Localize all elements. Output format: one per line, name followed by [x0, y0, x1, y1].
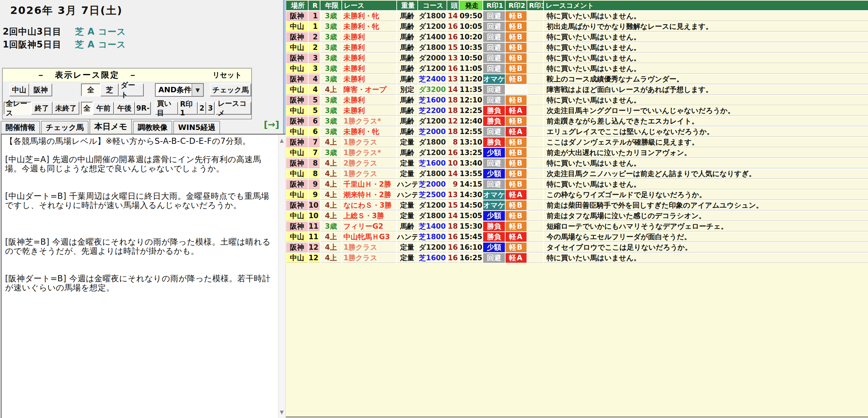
race-comment-cell: エリュグレイスでここは堅いんじゃないだろうか。 [544, 127, 868, 137]
race-name-cell: 未勝利・牝 [342, 127, 396, 137]
weight-cell: 馬齢 [397, 43, 417, 53]
tab-honjitsu-memo[interactable]: 本日メモ [90, 119, 132, 134]
place-cell: 阪神 [286, 201, 308, 210]
filter-unfinished-button[interactable]: 未終了 [53, 102, 79, 115]
tab-win5-keika[interactable]: WIN5経過 [173, 121, 220, 134]
mark2-badge: 軽B [506, 64, 527, 74]
filter-mark3-button[interactable]: 3 [206, 102, 215, 115]
mark2-badge: 軽B [506, 11, 527, 21]
filter-dirt-button[interactable]: ダート [119, 83, 144, 96]
race-name-cell: 1勝クラス* [342, 148, 396, 158]
header-r: R [309, 1, 320, 11]
table-row[interactable]: 阪神84上2勝クラス定量芝16001013:40回避軽B特に買いたい馬はいません… [286, 158, 868, 169]
table-row[interactable]: 中山63歳未勝利・牝馬齢芝20001812:55回避軽Aエリュグレイスでここは堅… [286, 127, 868, 137]
table-row[interactable]: 阪神53歳未勝利馬齢芝16001812:10回避軽B特に買いたい馬はいません。 [286, 95, 868, 106]
filter-9r-button[interactable]: 9R- [135, 102, 151, 115]
start-time-cell: 12:10 [459, 95, 482, 105]
condition-dropdown[interactable]: AND条件 ▼ [155, 83, 204, 97]
tab-check-uma[interactable]: チェック馬 [41, 121, 88, 134]
mark3-cell [527, 158, 543, 168]
table-row[interactable]: 中山53歳未勝利馬齢芝22001812:25勝負軽A次走注目馬キンググローリーで… [286, 106, 868, 116]
heads-cell: 9 [447, 179, 459, 189]
race-comment-cell: 特に買いたい馬はいません。 [544, 32, 868, 42]
filter-turf-button[interactable]: 芝 [100, 83, 119, 96]
table-row[interactable]: 阪神124上1勝クラス定量ダ12001616:10少額軽Bタイセイブロウでここは… [286, 243, 868, 253]
filter-race-comment-button[interactable]: レースコメ [216, 102, 251, 115]
filter-bets-button[interactable]: 買い目 [155, 102, 178, 115]
race-name-cell: 中山牝馬ＨG3 [342, 232, 396, 242]
memo-text[interactable]: 【各競馬場の馬場レベル】※軽い方からS-A-B-C-D-E-Fの7分類。 [中山… [5, 137, 273, 292]
place-cell: 阪神 [286, 32, 308, 42]
weight-cell: 定量 [397, 158, 417, 168]
filter-mark1-button[interactable]: R印1 [178, 102, 198, 115]
place-cell: 中山 [286, 127, 308, 137]
table-row[interactable]: 中山114上中山牝馬ＨG3ハンデ芝18001615:45勝負軽A今の馬場ならエセ… [286, 232, 868, 243]
start-time-cell: 14:15 [459, 179, 482, 189]
race-comment-cell: この枠ならワイズゴールドで足りないだろうか。 [544, 190, 868, 200]
race-name-cell: 未勝利・牝 [342, 11, 396, 21]
chevron-down-icon[interactable]: ▼ [192, 84, 203, 96]
race-name-cell: なにわＳ・3勝 [342, 201, 396, 210]
table-row[interactable]: 阪神23歳未勝利馬齢ダ14001610:20回避軽B特に買いたい馬はいません。 [286, 32, 868, 43]
table-row[interactable]: 中山104上上総Ｓ・3勝定量ダ18001415:05少額軽B前走はタフな馬場に泣… [286, 211, 868, 222]
race-number-cell: 6 [309, 116, 320, 126]
race-comment-cell: 短縮ローテでいかにもハマリそうなデアヴェローチェ。 [544, 222, 868, 231]
table-row[interactable]: 中山73歳1勝クラス*馬齢ダ12001613:25少額軽B前走が大出遅れに泣いた… [286, 148, 868, 158]
mark3-cell [527, 32, 543, 42]
mark2-badge [506, 85, 527, 95]
mark2-badge: 軽B [506, 211, 527, 221]
header-comment: レースコメント [544, 1, 868, 11]
heads-cell: 16 [447, 243, 459, 252]
filter-finished-button[interactable]: 終了 [31, 102, 53, 115]
check-horse-button[interactable]: チェック馬 [210, 83, 251, 96]
memo-scrollbar[interactable]: ▲ ▼ [278, 135, 285, 418]
table-row[interactable]: 阪神13歳未勝利・牝馬齢ダ18001409:50回避軽B特に買いたい馬はいません… [286, 11, 868, 22]
table-row[interactable]: 中山13歳未勝利・牝馬齢ダ12001610:05回避軽B初出走馬ばかりでかなり難… [286, 22, 868, 32]
table-row[interactable]: 阪神33歳未勝利馬齢ダ20001310:50回避軽B特に買いたい馬はいません。 [286, 53, 868, 64]
table-row[interactable]: 中山33歳未勝利馬齢ダ12001611:05回避軽B特に買いたい馬はいません。 [286, 64, 868, 74]
table-row[interactable]: 阪神43歳未勝利馬齢芝24001311:20オマケ軽B鞍上のコース成績優秀なナム… [286, 74, 868, 85]
filter-mark2-button[interactable]: 2 [198, 102, 206, 115]
reset-button[interactable]: リセット [213, 70, 242, 80]
mark3-cell [527, 190, 543, 200]
memo-panel[interactable]: 【各競馬場の馬場レベル】※軽い方からS-A-B-C-D-E-Fの7分類。 [中山… [1, 134, 286, 418]
scroll-up-icon[interactable]: ▲ [278, 137, 285, 144]
table-row[interactable]: 中山84上1勝クラス定量ダ18001413:55少額軽B次走注目馬クニノハッピー… [286, 169, 868, 179]
table-row[interactable]: 阪神94上千里山Ｈ・2勝ハンデ芝2000914:15回避軽B特に買いたい馬はいま… [286, 179, 868, 190]
filter-title-bar: － 表示レース限定 － リセット [3, 69, 251, 81]
table-row[interactable]: 中山23歳未勝利馬齢ダ18001510:35回避軽B特に買いたい馬はいません。 [286, 43, 868, 53]
start-time-cell: 15:45 [459, 232, 482, 242]
filter-nakayama-button[interactable]: 中山 [9, 83, 29, 96]
expand-arrow-button[interactable]: [→] [264, 119, 279, 130]
filter-time-all-button[interactable]: 全 [81, 102, 93, 115]
age-cell: 4上 [320, 137, 341, 147]
mark1-badge: 回避 [483, 253, 505, 263]
mark2-badge: 軽B [506, 32, 527, 42]
scroll-down-icon[interactable]: ▼ [278, 409, 285, 415]
table-row[interactable]: 中山124上1勝クラス定量芝16001616:25回避軽A特に買いたい馬はいませ… [286, 253, 868, 264]
filter-hanshin-button[interactable]: 阪神 [29, 83, 52, 96]
heads-cell: 16 [447, 232, 459, 242]
filter-afternoon-button[interactable]: 午後 [114, 102, 135, 115]
start-time-cell: 09:50 [459, 11, 482, 21]
table-row[interactable]: 阪神63歳1勝クラス*馬齢ダ12001212:40勝負軽B前走躓きながら差し込ん… [286, 116, 868, 127]
tab-chokyo-eizo[interactable]: 調教映像 [133, 121, 172, 134]
table-row[interactable]: 中山44上障害・オープ別定ダ32001411:35回避障害戦はよほど面白いレース… [286, 85, 868, 95]
start-time-cell: 13:10 [459, 137, 482, 147]
filter-surface-all-button[interactable]: 全 [81, 83, 100, 96]
mark1-badge: 回避 [483, 85, 505, 95]
mark2-badge: 軽A [506, 106, 527, 116]
start-time-cell: 11:35 [459, 85, 482, 95]
race-comment-cell: 特に買いたい馬はいません。 [544, 158, 868, 168]
filter-all-races-button[interactable]: 全レース [4, 102, 31, 115]
heads-cell: 13 [447, 53, 459, 63]
filter-morning-button[interactable]: 午前 [93, 102, 114, 115]
mark2-badge: 軽A [506, 190, 527, 200]
course-cell: ダ1800 [418, 169, 447, 179]
table-row[interactable]: 中山94上潮来特Ｈ・2勝ハンデ芝25001314:30オマケ軽Aこの枠ならワイズ… [286, 190, 868, 201]
table-row[interactable]: 阪神74上1勝クラス定量ダ1800813:10勝負軽Bここはダノンヴェステルが確… [286, 137, 868, 148]
mark3-cell [527, 95, 543, 105]
table-row[interactable]: 阪神104上なにわＳ・3勝定量ダ12001514:50オマケ軽B前走は柴田善臣騎… [286, 201, 868, 211]
table-row[interactable]: 阪神113歳フィリーG2馬齢芝14001815:30勝負軽B短縮ローテでいかにも… [286, 222, 868, 232]
tab-kaisai-joho[interactable]: 開催情報 [1, 121, 40, 134]
